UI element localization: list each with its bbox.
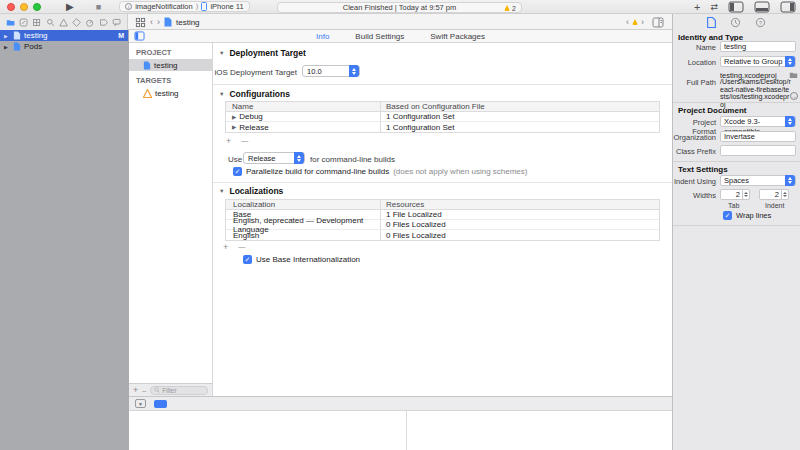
table-header[interactable]: Name Based on Configuration File	[226, 102, 659, 112]
sidebar-filter-bar: + – Filter	[129, 383, 213, 396]
indent-using-dropdown[interactable]: Spaces	[720, 175, 796, 186]
parallelize-checkbox[interactable]: ✓	[233, 167, 242, 176]
debug-disclosure-icon[interactable]: ▼	[135, 399, 146, 408]
scheme-selector[interactable]: i imageNotification ⟩ iPhone 11	[119, 1, 250, 12]
divider	[673, 225, 800, 226]
report-navigator-icon[interactable]	[112, 17, 121, 28]
name-label: Name	[673, 43, 716, 52]
toggle-debug-area-button[interactable]	[754, 1, 770, 13]
issue-warning-icon[interactable]	[632, 19, 638, 25]
indent-width-stepper[interactable]: 2	[759, 189, 789, 200]
history-inspector-icon[interactable]	[730, 17, 741, 28]
status-text: Clean Finished | Today at 9:57 pm	[343, 3, 457, 12]
next-issue-button[interactable]: ›	[641, 17, 644, 27]
reveal-arrow-icon[interactable]: →	[790, 92, 798, 100]
breakpoint-navigator-icon[interactable]	[99, 17, 108, 28]
table-header[interactable]: Localization Resources	[226, 200, 659, 210]
location-label: Location	[673, 58, 716, 67]
file-inspector-icon[interactable]	[707, 17, 716, 28]
symbol-navigator-icon[interactable]	[32, 17, 41, 28]
remove-configuration-button[interactable]: —	[241, 137, 248, 145]
command-line-config-dropdown[interactable]: Release	[243, 152, 305, 164]
editor-arrows-button[interactable]: ⇄	[710, 1, 718, 13]
project-document-title: Project Document	[678, 106, 746, 115]
add-localization-button[interactable]: +	[223, 243, 228, 251]
section-disclosure-icon[interactable]: ▼	[219, 188, 224, 194]
forward-button[interactable]: ›	[157, 17, 160, 27]
library-add-button[interactable]: +	[694, 1, 700, 13]
organization-field[interactable]: Invertase	[720, 131, 796, 142]
warning-badge[interactable]: 2	[504, 5, 516, 12]
table-row[interactable]: ▶Release 1 Configuration Set	[226, 122, 659, 132]
editor-sidebar-toggle-icon[interactable]	[134, 31, 145, 41]
tab-swift-packages[interactable]: Swift Packages	[430, 32, 485, 41]
issue-navigator-icon[interactable]	[59, 17, 68, 28]
disclosure-icon[interactable]: ▶	[4, 44, 10, 50]
tab-width-stepper[interactable]: 2	[720, 189, 750, 200]
add-configuration-button[interactable]: +	[226, 137, 231, 145]
iphone-icon	[201, 2, 207, 11]
divider	[213, 84, 672, 85]
close-window-button[interactable]	[7, 3, 15, 11]
location-dropdown[interactable]: Relative to Group	[720, 56, 796, 67]
table-row[interactable]: English, deprecated — Development Langua…	[226, 220, 659, 230]
stepper-icon[interactable]	[781, 189, 788, 200]
stop-button[interactable]: ■	[90, 1, 107, 13]
previous-issue-button[interactable]: ‹	[626, 17, 629, 27]
project-navigator-icon[interactable]	[6, 17, 15, 28]
related-items-icon[interactable]	[135, 17, 146, 28]
localizations-section[interactable]: ▼ Localizations	[219, 186, 283, 196]
configurations-section[interactable]: ▼ Configurations	[219, 89, 290, 99]
add-target-button[interactable]: +	[133, 385, 138, 395]
section-disclosure-icon[interactable]: ▼	[219, 50, 224, 56]
editor-options-icon[interactable]	[652, 17, 664, 28]
ios-deployment-target-dropdown[interactable]: 10.0	[302, 65, 360, 77]
quick-help-inspector-icon[interactable]: ?	[755, 17, 766, 28]
navigator-item-pods[interactable]: ▶ Pods	[0, 41, 128, 52]
project-info-editor: ▼ Deployment Target iOS Deployment Targe…	[213, 43, 672, 396]
row-disclosure-icon[interactable]: ▶	[232, 114, 236, 120]
parallelize-build-row: ✓ Parallelize build for command-line bui…	[233, 167, 527, 176]
localizations-add-remove: + —	[223, 243, 245, 251]
find-navigator-icon[interactable]	[46, 17, 55, 28]
minimize-window-button[interactable]	[20, 3, 28, 11]
back-button[interactable]: ‹	[150, 17, 153, 27]
project-format-dropdown[interactable]: Xcode 9.3-compatible	[720, 116, 796, 127]
remove-localization-button[interactable]: —	[238, 243, 245, 251]
debug-area-toggle[interactable]	[154, 400, 167, 408]
deployment-target-section[interactable]: ▼ Deployment Target	[219, 48, 306, 58]
wrap-lines-checkbox[interactable]: ✓	[723, 211, 732, 220]
source-control-navigator-icon[interactable]	[19, 17, 28, 28]
filter-field[interactable]: Filter	[150, 386, 208, 395]
remove-target-button[interactable]: –	[142, 387, 146, 394]
disclosure-icon[interactable]: ▶	[4, 33, 10, 39]
sidebar-project-testing[interactable]: testing	[129, 59, 212, 71]
run-button[interactable]: ▶	[60, 1, 80, 13]
localizations-table: Localization Resources Base 1 File Local…	[225, 199, 660, 241]
class-prefix-field[interactable]	[720, 145, 796, 156]
tab-info[interactable]: Info	[316, 32, 329, 41]
toggle-inspector-button[interactable]	[780, 1, 796, 13]
stepper-icon[interactable]	[742, 189, 749, 200]
navigator-item-testing[interactable]: ▶ testing M	[0, 30, 128, 41]
row-disclosure-icon[interactable]: ▶	[232, 124, 236, 130]
debug-navigator-icon[interactable]	[85, 17, 94, 28]
name-field[interactable]: testing	[720, 41, 796, 52]
test-navigator-icon[interactable]	[72, 17, 81, 28]
dropdown-stepper-icon	[785, 56, 795, 67]
section-disclosure-icon[interactable]: ▼	[219, 91, 224, 97]
activity-view[interactable]: Clean Finished | Today at 9:57 pm 2	[277, 2, 522, 13]
dropdown-stepper-icon	[349, 65, 359, 77]
table-row[interactable]: ▶Debug 1 Configuration Set	[226, 112, 659, 122]
dropdown-stepper-icon	[785, 175, 795, 186]
table-row[interactable]: English 0 Files Localized	[226, 230, 659, 240]
sidebar-target-testing[interactable]: testing	[129, 87, 212, 99]
project-navigator: ▶ testing M ▶ Pods	[0, 30, 128, 450]
toggle-navigator-button[interactable]	[728, 1, 744, 13]
variables-view[interactable]	[129, 411, 407, 450]
tab-build-settings[interactable]: Build Settings	[355, 32, 404, 41]
zoom-window-button[interactable]	[33, 3, 41, 11]
console-view[interactable]	[407, 411, 672, 450]
use-base-internationalization-checkbox[interactable]: ✓	[243, 255, 252, 264]
jump-bar-file[interactable]: testing	[176, 18, 200, 27]
